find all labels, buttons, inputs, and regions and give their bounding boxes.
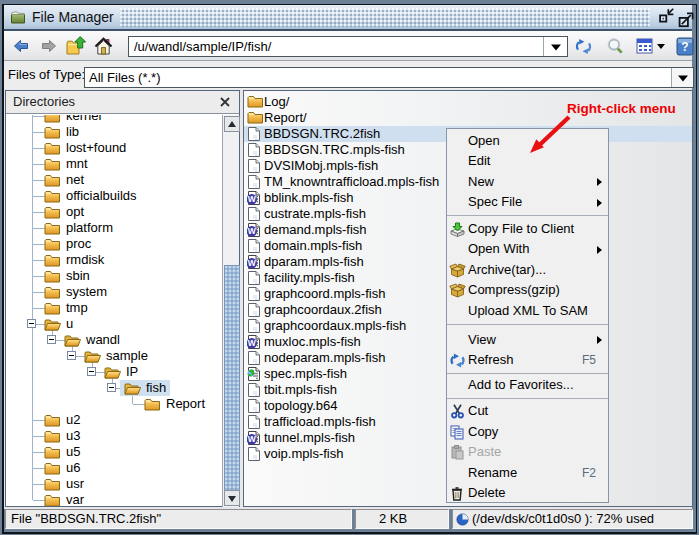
svg-text:?: ? <box>681 40 688 54</box>
